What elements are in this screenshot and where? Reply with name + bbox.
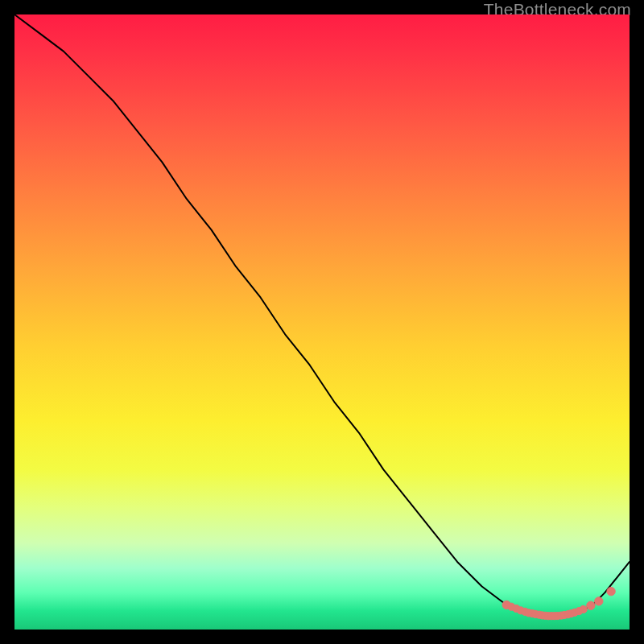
highlight-dot [607,587,615,595]
highlight-dot [595,597,603,605]
chart-stage: TheBottleneck.com [0,0,644,644]
bottleneck-curve [14,14,630,616]
gradient-plot-area [14,14,630,630]
curve-svg [14,14,630,630]
highlight-dot [587,601,595,609]
highlight-dot-group [502,587,615,619]
highlight-dot [580,605,587,613]
